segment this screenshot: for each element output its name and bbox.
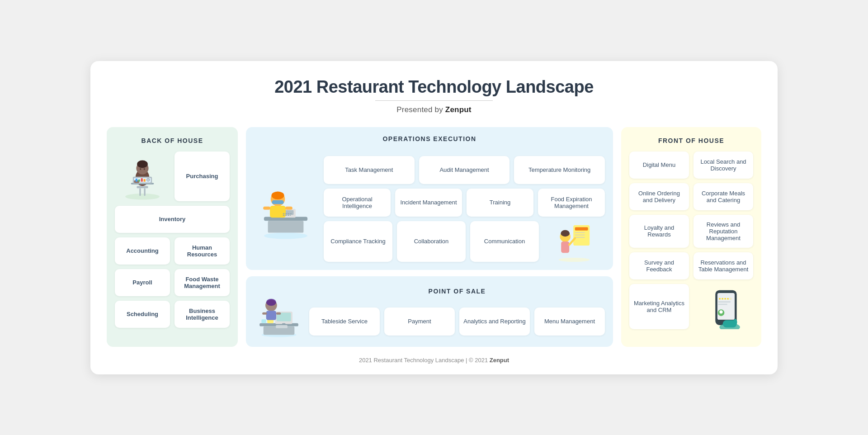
ops-card-incident-mgmt: Incident Management bbox=[395, 189, 462, 217]
svg-point-0 bbox=[125, 194, 160, 200]
boh-card-hr: Human Resources bbox=[175, 237, 230, 265]
svg-rect-15 bbox=[141, 178, 143, 182]
svg-rect-56 bbox=[276, 312, 281, 314]
ops-title: OPERATIONS EXECUTION bbox=[254, 135, 605, 142]
foh-card-reviews: Reviews and Reputation Management bbox=[693, 215, 753, 248]
boh-card-accounting: Accounting bbox=[115, 237, 170, 265]
ops-cards-grid: Task Management Audit Management Tempera… bbox=[324, 156, 605, 262]
boh-card-bi: Business Intelligence bbox=[175, 301, 230, 328]
svg-point-20 bbox=[264, 232, 307, 239]
ops-card-task-mgmt: Task Management bbox=[324, 156, 415, 184]
svg-rect-16 bbox=[144, 179, 146, 181]
boh-card-food-waste: Food Waste Management bbox=[175, 269, 230, 296]
boh-card-purchasing: Purchasing bbox=[175, 151, 230, 201]
foh-card-local-search: Local Search and Discovery bbox=[693, 151, 753, 179]
main-columns: BACK OF HOUSE bbox=[107, 127, 761, 347]
svg-text:★★★★☆: ★★★★☆ bbox=[718, 296, 731, 300]
svg-rect-54 bbox=[266, 311, 276, 320]
ops-illustration-svg bbox=[254, 177, 317, 241]
pos-illustration-svg bbox=[254, 284, 304, 339]
svg-rect-27 bbox=[272, 200, 283, 204]
svg-rect-51 bbox=[261, 319, 266, 323]
svg-rect-41 bbox=[561, 241, 569, 253]
svg-rect-28 bbox=[270, 206, 286, 218]
ops-card-temp-monitoring: Temperature Monitoring bbox=[514, 156, 605, 184]
svg-rect-60 bbox=[718, 301, 730, 303]
ops-row-2: Operational Intelligence Incident Manage… bbox=[324, 189, 605, 217]
svg-point-6 bbox=[137, 160, 148, 168]
svg-point-53 bbox=[266, 298, 276, 305]
pos-card-menu-mgmt: Menu Management bbox=[534, 307, 605, 336]
pos-illustration bbox=[254, 284, 304, 339]
pos-card-tableside: Tableside Service bbox=[309, 307, 380, 336]
foh-illustration-svg: ★★★★☆ bbox=[702, 284, 745, 329]
ops-row-1: Task Management Audit Management Tempera… bbox=[324, 156, 605, 184]
ops-card-collaboration: Collaboration bbox=[397, 221, 466, 262]
boh-title: BACK OF HOUSE bbox=[142, 137, 203, 144]
svg-rect-49 bbox=[276, 325, 288, 328]
svg-point-66 bbox=[733, 319, 737, 326]
ops-row-3: Compliance Tracking Collaboration Commun… bbox=[324, 221, 605, 262]
ops-row3-svg bbox=[554, 221, 594, 262]
svg-rect-3 bbox=[144, 188, 145, 196]
pos-card-analytics: Analytics and Reporting bbox=[459, 307, 530, 336]
front-of-house-section: FRONT OF HOUSE Digital Menu Local Search… bbox=[621, 127, 761, 347]
pos-section: POINT OF SALE Tableside Service Payment … bbox=[246, 276, 613, 347]
svg-rect-14 bbox=[138, 179, 140, 181]
ops-card-op-intel: Operational Intelligence bbox=[324, 189, 391, 217]
boh-card-scheduling: Scheduling bbox=[115, 301, 170, 328]
ops-card-training: Training bbox=[467, 189, 533, 217]
svg-rect-2 bbox=[139, 188, 141, 196]
main-card: 2021 Restaurant Technology Landscape Pre… bbox=[90, 61, 778, 374]
foh-illustration: ★★★★☆ bbox=[693, 284, 753, 329]
svg-rect-22 bbox=[268, 221, 304, 232]
foh-card-corporate-meals: Corporate Meals and Catering bbox=[693, 183, 753, 210]
svg-rect-35 bbox=[575, 227, 588, 230]
svg-rect-30 bbox=[285, 206, 292, 209]
boh-illustration bbox=[115, 151, 170, 201]
subtitle: Presented by Zenput bbox=[107, 105, 761, 114]
svg-point-8 bbox=[144, 168, 145, 170]
svg-point-33 bbox=[559, 258, 590, 262]
svg-rect-13 bbox=[136, 179, 137, 182]
pos-card-payment: Payment bbox=[384, 307, 455, 336]
footer: 2021 Restaurant Technology Landscape | ©… bbox=[107, 357, 761, 364]
pos-content: POINT OF SALE Tableside Service Payment … bbox=[309, 288, 605, 336]
svg-rect-29 bbox=[263, 206, 270, 209]
svg-point-63 bbox=[719, 310, 722, 313]
page-title: 2021 Restaurant Technology Landscape bbox=[107, 77, 761, 97]
boh-card-payroll: Payroll bbox=[115, 269, 170, 296]
ops-illustration bbox=[254, 156, 317, 262]
foh-card-loyalty: Loyalty and Rewards bbox=[629, 215, 689, 248]
ops-middle: Task Management Audit Management Tempera… bbox=[254, 156, 605, 262]
svg-point-26 bbox=[272, 191, 284, 199]
foh-card-online-ordering: Online Ordering and Delivery bbox=[629, 183, 689, 210]
svg-rect-55 bbox=[262, 312, 267, 314]
foh-card-survey: Survey and Feedback bbox=[629, 252, 689, 279]
boh-illustration-svg bbox=[118, 151, 167, 201]
foh-title: FRONT OF HOUSE bbox=[658, 137, 724, 144]
svg-rect-1 bbox=[137, 186, 148, 188]
foh-card-digital-menu: Digital Menu bbox=[629, 151, 689, 179]
pos-cards-row: Tableside Service Payment Analytics and … bbox=[309, 307, 605, 336]
pos-title: POINT OF SALE bbox=[309, 288, 605, 295]
foh-grid: Digital Menu Local Search and Discovery … bbox=[629, 151, 753, 329]
svg-rect-61 bbox=[718, 303, 727, 305]
ops-row3-illustration bbox=[543, 221, 605, 262]
boh-card-inventory: Inventory bbox=[115, 206, 230, 233]
foh-card-reservations: Reservations and Table Management bbox=[693, 252, 753, 279]
ops-card-communication: Communication bbox=[470, 221, 539, 262]
foh-card-marketing: Marketing Analytics and CRM bbox=[629, 284, 689, 329]
svg-point-40 bbox=[561, 230, 570, 236]
ops-exec-section: OPERATIONS EXECUTION bbox=[246, 127, 613, 270]
ops-card-food-exp: Food Expiration Management bbox=[538, 189, 605, 217]
ops-card-compliance: Compliance Tracking bbox=[324, 221, 392, 262]
boh-grid: Purchasing Inventory Accounting Human Re… bbox=[115, 151, 230, 328]
back-of-house-section: BACK OF HOUSE bbox=[107, 127, 238, 347]
svg-point-7 bbox=[140, 168, 141, 170]
ops-card-audit-mgmt: Audit Management bbox=[419, 156, 510, 184]
ops-pos-column: OPERATIONS EXECUTION bbox=[246, 127, 613, 347]
